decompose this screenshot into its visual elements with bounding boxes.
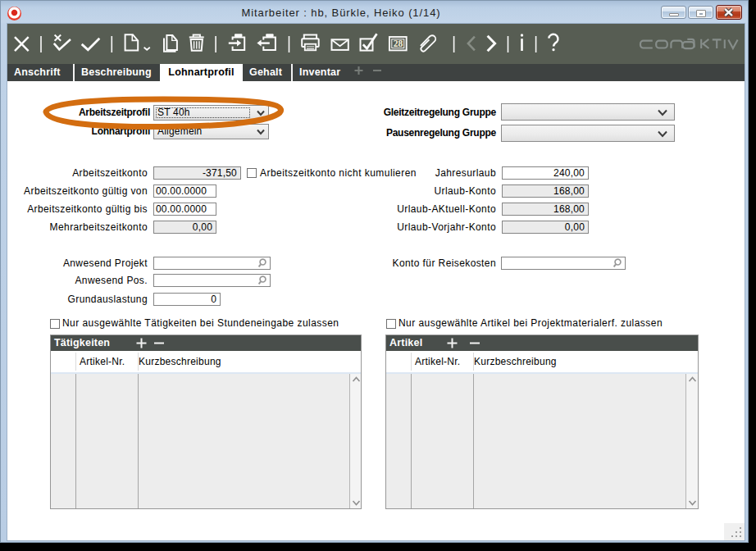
svg-text:28: 28 [394,39,403,48]
